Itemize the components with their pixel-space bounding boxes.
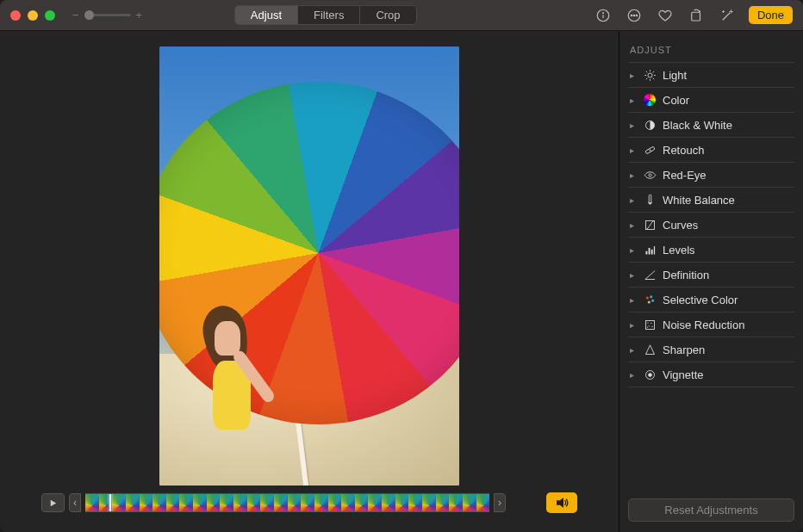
bw-circle-icon <box>643 118 657 132</box>
filmstrip-frame <box>112 494 126 511</box>
filmstrip-frame <box>328 494 342 511</box>
titlebar: − + Adjust Filters Crop Do <box>0 0 803 31</box>
photos-edit-window: − + Adjust Filters Crop Do <box>0 0 803 532</box>
filmstrip-frame <box>463 494 476 511</box>
svg-line-14 <box>652 77 653 78</box>
minimize-window-button[interactable] <box>28 10 38 21</box>
zoom-track[interactable] <box>84 14 131 16</box>
zoom-knob[interactable] <box>84 10 94 20</box>
adjustment-label: Vignette <box>663 368 703 381</box>
svg-point-38 <box>648 373 651 376</box>
rotate-icon[interactable] <box>687 6 706 25</box>
tab-crop[interactable]: Crop <box>360 6 415 24</box>
adjustment-light[interactable]: ▸Light <box>628 63 794 88</box>
adjustment-label: Red-Eye <box>663 169 707 182</box>
svg-point-29 <box>651 299 654 301</box>
adjustment-label: Noise Reduction <box>663 319 744 331</box>
svg-rect-25 <box>650 249 652 254</box>
auto-enhance-icon[interactable] <box>718 6 737 25</box>
filmstrip-frame <box>233 494 247 511</box>
adjustment-selective-color[interactable]: ▸Selective Color <box>628 288 794 312</box>
light-icon <box>643 68 657 82</box>
info-icon[interactable] <box>594 6 613 25</box>
fullscreen-window-button[interactable] <box>45 10 55 21</box>
adjustment-label: Levels <box>663 244 695 257</box>
svg-point-35 <box>651 325 652 326</box>
levels-icon <box>643 243 657 257</box>
adjustment-color[interactable]: ▸Color <box>628 88 794 113</box>
tab-adjust[interactable]: Adjust <box>235 6 298 24</box>
palette-icon <box>643 293 657 306</box>
trim-end-handle[interactable]: › <box>494 493 506 512</box>
play-button[interactable] <box>41 493 65 512</box>
adjustment-sharpen[interactable]: ▸Sharpen <box>628 337 794 362</box>
adjustment-label: Light <box>663 69 687 82</box>
svg-point-21 <box>649 202 650 204</box>
filmstrip-frame <box>301 494 314 511</box>
svg-line-16 <box>652 71 653 71</box>
adjustment-levels[interactable]: ▸Levels <box>628 238 794 263</box>
filmstrip-frame <box>341 494 355 511</box>
filmstrip-frame <box>220 494 233 511</box>
filmstrip-frame <box>422 494 436 511</box>
tab-filters[interactable]: Filters <box>298 6 360 24</box>
filmstrip-frame <box>314 494 328 511</box>
audio-button[interactable] <box>546 492 577 513</box>
adjustment-curves[interactable]: ▸Curves <box>628 213 794 238</box>
svg-line-15 <box>645 77 646 78</box>
svg-point-4 <box>631 15 632 16</box>
filmstrip-frame <box>153 494 166 511</box>
filmstrip-frame <box>193 494 207 511</box>
chevron-right-icon: ▸ <box>630 220 637 230</box>
playhead[interactable] <box>109 493 111 512</box>
zoom-in-icon: + <box>136 9 143 22</box>
zoom-slider[interactable]: − + <box>72 9 142 22</box>
adjustment-label: Curves <box>663 219 698 232</box>
svg-rect-23 <box>645 251 647 254</box>
adjust-sidebar: ADJUST ▸Light▸Color▸Black & White▸Retouc… <box>619 31 803 532</box>
bandaid-icon <box>643 143 657 157</box>
trim-start-handle[interactable]: ‹ <box>69 493 81 512</box>
adjustment-red-eye[interactable]: ▸Red-Eye <box>628 163 794 188</box>
window-controls <box>10 10 55 21</box>
filmstrip-frame <box>408 494 422 511</box>
favorite-icon[interactable] <box>656 6 675 25</box>
more-icon[interactable] <box>625 6 644 25</box>
filmstrip[interactable] <box>85 493 489 512</box>
adjustment-white-balance[interactable]: ▸White Balance <box>628 188 794 213</box>
filmstrip-frame <box>166 494 180 511</box>
filmstrip-frame <box>476 494 489 511</box>
filmstrip-frame <box>382 494 395 511</box>
svg-point-27 <box>645 296 648 299</box>
adjustment-label: Definition <box>663 269 709 281</box>
svg-point-20 <box>648 173 650 176</box>
done-button[interactable]: Done <box>749 6 793 24</box>
adjustment-label: Black & White <box>663 119 732 132</box>
close-window-button[interactable] <box>10 10 21 21</box>
noise-icon <box>643 318 657 331</box>
edit-mode-tabs: Adjust Filters Crop <box>234 5 417 25</box>
canvas-area: ‹ › <box>0 31 619 532</box>
toolbar-right-icons: Done <box>594 6 793 25</box>
svg-point-8 <box>648 73 652 77</box>
filmstrip-frame <box>140 494 153 511</box>
sidebar-title: ADJUST <box>628 40 794 63</box>
svg-point-6 <box>636 15 638 16</box>
chevron-right-icon: ▸ <box>630 145 637 155</box>
filmstrip-frame <box>179 494 193 511</box>
svg-rect-31 <box>645 320 654 329</box>
adjustment-definition[interactable]: ▸Definition <box>628 263 794 288</box>
sharpen-icon <box>643 343 657 356</box>
adjustment-label: Sharpen <box>663 343 705 356</box>
adjustment-vignette[interactable]: ▸Vignette <box>628 362 794 387</box>
reset-adjustments-button[interactable]: Reset Adjustments <box>628 498 794 522</box>
adjustment-retouch[interactable]: ▸Retouch <box>628 138 794 163</box>
adjustment-black-white[interactable]: ▸Black & White <box>628 113 794 138</box>
svg-point-33 <box>650 323 651 324</box>
filmstrip-frame <box>207 494 221 511</box>
adjustment-noise-reduction[interactable]: ▸Noise Reduction <box>628 312 794 337</box>
eye-icon <box>643 168 657 182</box>
filmstrip-frame <box>395 494 409 511</box>
photo-preview[interactable] <box>159 46 459 486</box>
filmstrip-frame <box>126 494 140 511</box>
